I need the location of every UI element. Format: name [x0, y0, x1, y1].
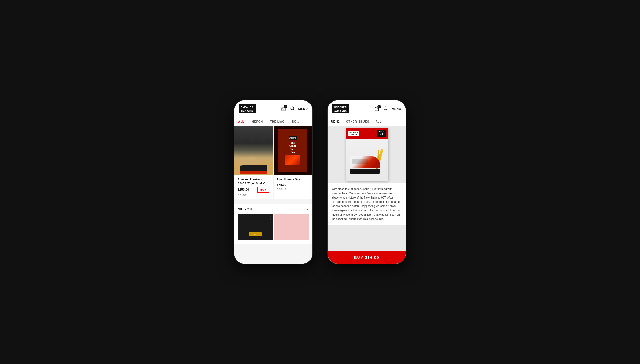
product-name-2: The Ultimate Sne...	[277, 178, 309, 181]
product-brand-1: ASICS	[238, 194, 269, 196]
issue-badge: ISSUE 41	[377, 130, 386, 137]
header-icons-phone2: 3 MENU	[374, 106, 401, 112]
cart-icon[interactable]: 3	[281, 106, 286, 112]
product-info-1: Sneaker Freaker x ASICS 'Tiger Snake' $2…	[234, 175, 273, 199]
merch-grid: S!	[238, 214, 309, 240]
product-price-1: $250.00	[238, 188, 249, 191]
tab-the-mag[interactable]: THE MAG	[267, 117, 288, 126]
cart-badge-phone1: 3	[284, 105, 287, 108]
tab-all-phone2[interactable]: ALL	[372, 117, 385, 126]
logo-phone1: SNEAKER SNEAKER	[239, 104, 256, 113]
tab-all[interactable]: ALL	[234, 117, 248, 126]
svg-point-1	[291, 107, 294, 110]
merch-card-1[interactable]: S!	[238, 214, 273, 240]
search-icon-phone1[interactable]	[290, 106, 295, 112]
price-row-2: $75.00	[277, 183, 309, 187]
price-row-1: $250.00 BUY	[238, 187, 269, 193]
product-info-2: The Ultimate Sne... $75.00 BOOKS	[274, 175, 312, 199]
menu-label-phone1[interactable]: MENU	[298, 107, 308, 110]
logo-phone2: SNEAKER SNEAKER	[332, 104, 349, 113]
sneaker-illustration	[348, 142, 385, 179]
mag-sneaker-area	[346, 139, 388, 181]
tab-merch[interactable]: MERCH	[248, 117, 267, 126]
phone-2: SNEAKER SNEAKER 3	[328, 100, 406, 264]
nav-tabs-phone2: UE 42 OTHER ISSUES ALL	[328, 117, 406, 126]
tab-bo[interactable]: BO...	[288, 117, 303, 126]
product-image-2: SNEAKER SNEAKER TheUltimSneaBoo	[274, 126, 312, 175]
mag-logo: SNEAKER SNEAKER	[348, 131, 359, 136]
cart-icon-phone2[interactable]: 3	[374, 106, 380, 112]
tab-issue-42[interactable]: UE 42	[328, 117, 343, 126]
cart-badge-phone2: 3	[377, 105, 381, 108]
phone-1: SNEAKER SNEAKER 3	[234, 100, 312, 264]
merch-header: MERCH →	[238, 207, 309, 211]
magazine-cover: SNEAKER SNEAKER ISSUE 41	[346, 128, 388, 181]
section-divider	[238, 201, 309, 201]
merch-section: MERCH → S!	[234, 204, 312, 244]
menu-label-phone2[interactable]: MENU	[392, 107, 401, 110]
magazine-content: SNEAKER SNEAKER ISSUE 41	[328, 126, 406, 264]
product-image-1	[234, 126, 273, 175]
content-area-phone1: Sneaker Freaker x ASICS 'Tiger Snake' $2…	[234, 126, 312, 264]
header-icons-phone1: 3 MENU	[281, 106, 308, 112]
buy-footer[interactable]: BUY $14.00	[328, 251, 406, 264]
product-name-1: Sneaker Freaker x ASICS 'Tiger Snake'	[238, 178, 269, 185]
svg-point-3	[384, 107, 387, 110]
buy-button-1[interactable]: BUY	[257, 187, 269, 193]
search-icon-phone2[interactable]	[383, 106, 388, 112]
product-price-2: $75.00	[277, 183, 287, 187]
product-card-1: Sneaker Freaker x ASICS 'Tiger Snake' $2…	[234, 126, 273, 199]
product-brand-2: BOOKS	[277, 188, 309, 190]
buy-footer-label[interactable]: BUY $14.00	[354, 255, 379, 260]
merch-arrow[interactable]: →	[305, 207, 309, 211]
mag-description-text: With close to 200 pages, Issue 41 is ram…	[332, 187, 402, 221]
product-card-2: SNEAKER SNEAKER TheUltimSneaBoo The Ulti…	[274, 126, 312, 199]
tab-other-issues[interactable]: OTHER ISSUES	[343, 117, 372, 126]
dots-menu-1[interactable]	[270, 216, 271, 220]
phone1-header: SNEAKER SNEAKER 3	[234, 100, 312, 117]
mag-cover-header: SNEAKER SNEAKER ISSUE 41	[346, 128, 388, 139]
magazine-description: With close to 200 pages, Issue 41 is ram…	[328, 183, 406, 225]
nav-tabs-phone1: ALL MERCH THE MAG BO...	[234, 117, 312, 126]
merch-title: MERCH	[238, 207, 252, 211]
phone2-header: SNEAKER SNEAKER 3	[328, 100, 406, 117]
products-row: Sneaker Freaker x ASICS 'Tiger Snake' $2…	[234, 126, 312, 199]
merch-card-2[interactable]	[274, 214, 309, 240]
magazine-image-area: SNEAKER SNEAKER ISSUE 41	[328, 126, 406, 183]
